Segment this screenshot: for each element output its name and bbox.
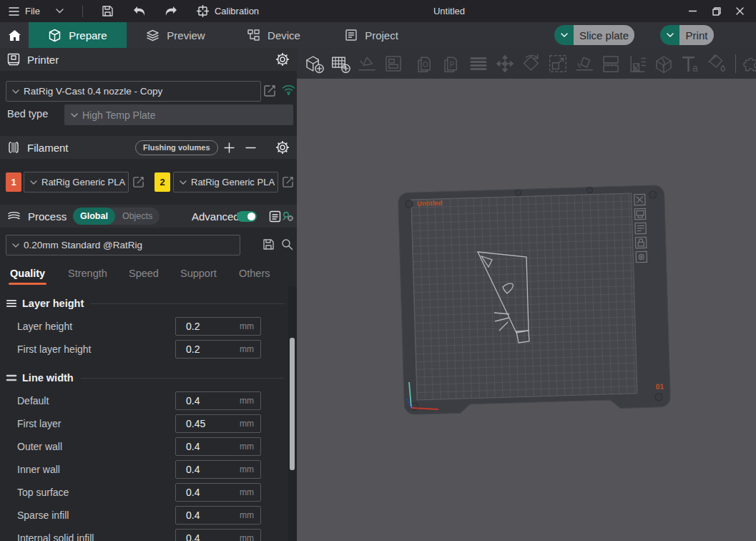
parameter-scrollbar[interactable] [288, 286, 297, 541]
plate-name-label: Untitled [417, 199, 443, 208]
bed-type-select[interactable]: High Temp Plate [64, 104, 293, 125]
prepare-icon [48, 29, 62, 42]
slice-plate-dropdown[interactable] [554, 25, 574, 45]
save-button[interactable] [102, 5, 114, 17]
build-plate[interactable]: Untitled 01 [398, 185, 670, 415]
rotate-button[interactable] [521, 53, 542, 74]
add-filament-button[interactable] [224, 142, 235, 153]
close-button[interactable] [728, 0, 752, 22]
calibration-label: Calibration [215, 6, 259, 16]
filament-1-color-badge[interactable]: 1 [6, 172, 21, 192]
filament-2-edit-button[interactable] [283, 176, 294, 187]
slice-plate-action[interactable]: Slice plate [574, 25, 634, 45]
tab-preview[interactable]: Preview [127, 22, 225, 48]
tab-device[interactable]: Device [225, 22, 323, 48]
object-list-icon[interactable] [269, 210, 281, 223]
line-width-section: Line width [0, 366, 288, 389]
project-icon [345, 29, 358, 42]
process-save-button[interactable] [262, 238, 275, 250]
printer-settings-gear-icon[interactable] [276, 53, 289, 66]
maximize-button[interactable] [705, 0, 728, 22]
svg-text:O: O [423, 61, 428, 69]
param-row: First layer height 0.2mm [0, 338, 288, 361]
tab-others[interactable]: Others [239, 268, 270, 279]
section-title: Line width [22, 372, 74, 384]
calibration-button[interactable]: Calibration [197, 5, 259, 17]
lay-on-face-button[interactable] [574, 53, 595, 74]
object-list-button[interactable] [468, 53, 489, 74]
tab-quality[interactable]: Quality [10, 268, 45, 279]
file-menu[interactable]: File [9, 6, 40, 16]
add-object-button[interactable] [303, 53, 325, 74]
redo-button[interactable] [165, 6, 178, 16]
param-row: Layer height 0.2mm [0, 315, 288, 338]
scale-button[interactable] [547, 53, 569, 74]
preview-icon [146, 29, 159, 42]
process-search-button[interactable] [281, 238, 293, 250]
filament-2-color-badge[interactable]: 2 [154, 172, 170, 192]
parameter-search-icon[interactable] [282, 210, 294, 223]
section-title: Layer height [22, 298, 84, 309]
param-input[interactable]: 0.4mm [175, 506, 261, 525]
filament-settings-gear-icon[interactable] [276, 141, 289, 154]
bed-type-label: Bed type [7, 108, 48, 120]
print-action[interactable]: Print [679, 25, 714, 45]
printer-preset-select[interactable]: RatRig V-Cast 0.4 nozzle - Copy [6, 81, 261, 102]
printer-section-title: Printer [27, 54, 59, 66]
add-plate-button[interactable] [330, 53, 351, 74]
remove-filament-button[interactable] [245, 142, 256, 153]
text-tool-button[interactable]: a [679, 53, 701, 74]
tab-project-label: Project [365, 29, 398, 42]
svg-text:P: P [450, 61, 455, 69]
printer-connection-wifi-icon[interactable] [282, 84, 295, 95]
param-input[interactable]: 0.45mm [175, 414, 261, 433]
paste-button[interactable]: P [441, 53, 463, 74]
main-tab-bar: Prepare Preview Device Project [0, 22, 756, 48]
tab-support[interactable]: Support [180, 268, 217, 279]
filament-2-select[interactable]: RatRig Generic PLA [173, 172, 278, 192]
minimize-button[interactable] [681, 0, 705, 22]
file-menu-chevron-icon[interactable] [56, 9, 64, 14]
filament-1-select[interactable]: RatRig Generic PLA [24, 172, 129, 192]
calibration-icon [197, 5, 209, 17]
filament-1-edit-button[interactable] [133, 176, 144, 187]
param-input[interactable]: 0.4mm [175, 483, 261, 502]
flushing-volumes-button[interactable]: Flushing volumes [135, 140, 218, 155]
tab-prepare[interactable]: Prepare [29, 22, 127, 48]
printer-edit-button[interactable] [264, 84, 276, 97]
copy-button[interactable]: O [415, 53, 436, 74]
print-dropdown[interactable] [660, 25, 679, 45]
paint-tool-button[interactable] [706, 53, 727, 74]
bed-type-value: High Temp Plate [82, 109, 155, 121]
variable-layer-height-button[interactable] [627, 53, 648, 74]
advanced-toggle[interactable] [237, 211, 257, 222]
tab-prepare-label: Prepare [69, 29, 107, 42]
cut-button[interactable] [653, 53, 674, 74]
split-button[interactable] [600, 53, 622, 74]
tab-project[interactable]: Project [323, 22, 421, 48]
file-menu-label: File [25, 6, 40, 16]
tab-speed[interactable]: Speed [129, 268, 159, 279]
viewport-3d[interactable]: Untitled 01 [297, 79, 756, 541]
param-input[interactable]: 0.2mm [175, 317, 261, 336]
assembly-view-button[interactable] [742, 53, 756, 74]
param-input[interactable]: 0.4mm [175, 437, 261, 456]
home-button[interactable] [0, 22, 29, 48]
window-title: Untitled [433, 0, 465, 22]
process-preset-select[interactable]: 0.20mm Standard @RatRig [6, 235, 240, 255]
tab-strength[interactable]: Strength [68, 268, 107, 279]
scrollbar-thumb[interactable] [290, 338, 295, 470]
process-scope-objects[interactable]: Objects [115, 211, 159, 221]
arrange-button[interactable] [383, 53, 404, 74]
param-input[interactable]: 0.4mm [175, 460, 261, 479]
move-button[interactable] [494, 53, 516, 74]
param-input[interactable]: 0.4mm [175, 391, 261, 410]
undo-button[interactable] [132, 6, 146, 16]
process-scope-global[interactable]: Global [73, 208, 115, 225]
svg-text:a: a [692, 63, 698, 74]
param-input[interactable]: 0.4mm [175, 529, 261, 541]
toolbar-divider [735, 54, 736, 73]
plate-number-label: 01 [655, 382, 664, 391]
param-input[interactable]: 0.2mm [175, 340, 261, 359]
auto-orient-button[interactable] [356, 53, 378, 74]
